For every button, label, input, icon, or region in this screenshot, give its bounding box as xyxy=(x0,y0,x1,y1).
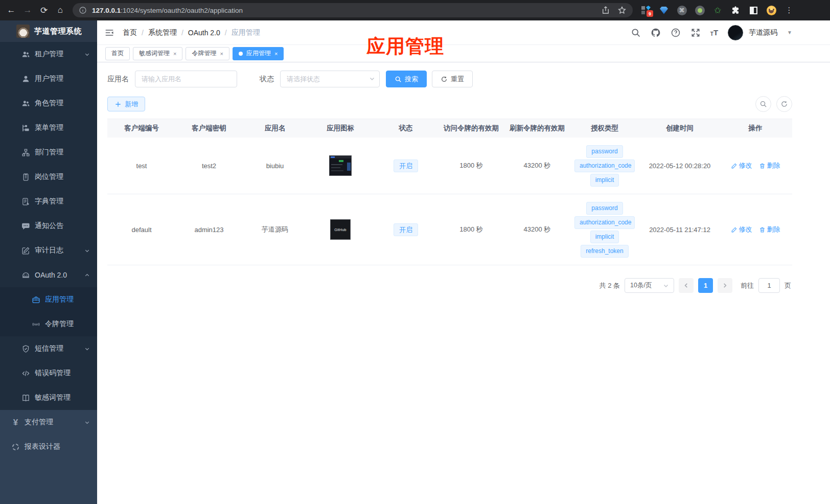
side-panel-icon[interactable] xyxy=(748,5,758,15)
annotation-overlay: 应用管理 xyxy=(366,34,444,59)
grant-types-cell: passwordauthorization_codeimplicitrefres… xyxy=(570,201,639,258)
status-badge[interactable]: 开启 xyxy=(394,223,418,236)
sidebar-item-租户管理[interactable]: 租户管理 xyxy=(0,42,97,66)
sidebar-item-支付管理[interactable]: ¥支付管理 xyxy=(0,410,97,434)
breadcrumb-separator: / xyxy=(142,29,144,37)
shield-icon xyxy=(21,345,30,353)
add-button[interactable]: 新增 xyxy=(107,97,145,111)
sidebar-item-审计日志[interactable]: 审计日志 xyxy=(0,238,97,263)
star-extension-icon[interactable]: ✩ xyxy=(712,5,723,15)
url-text: 127.0.0.1:1024/system/oauth2/oauth2/appl… xyxy=(92,7,243,14)
fullscreen-icon[interactable] xyxy=(690,28,701,38)
sidebar-item-用户管理[interactable]: 用户管理 xyxy=(0,66,97,91)
sidebar-item-菜单管理[interactable]: 菜单管理 xyxy=(0,116,97,140)
metamask-grid-icon[interactable]: 9 xyxy=(641,5,651,15)
refresh-table-button[interactable] xyxy=(776,96,792,112)
search-icon[interactable] xyxy=(631,28,641,38)
sidebar-item-通知公告[interactable]: 通知公告 xyxy=(0,214,97,238)
browser-back-icon[interactable]: ← xyxy=(3,2,19,18)
sidebar-item-部门管理[interactable]: 部门管理 xyxy=(0,140,97,165)
app-title: 芋道管理系统 xyxy=(34,27,82,36)
app-name-label: 应用名 xyxy=(107,75,129,84)
sidebar-item-角色管理[interactable]: 角色管理 xyxy=(0,91,97,116)
tab-close-icon[interactable]: × xyxy=(274,51,278,57)
breadcrumb-item[interactable]: OAuth 2.0 xyxy=(188,29,220,37)
breadcrumb-item[interactable]: 首页 xyxy=(123,28,137,37)
browser-menu-icon[interactable]: ⋮ xyxy=(784,5,794,15)
share-icon[interactable] xyxy=(601,6,610,15)
briefcase-icon xyxy=(32,295,40,304)
browser-reload-icon[interactable]: ⟳ xyxy=(36,2,52,18)
goto-page-input[interactable] xyxy=(758,278,780,293)
puzzle-extensions-icon[interactable] xyxy=(730,5,741,15)
username[interactable]: 芋道源码 xyxy=(749,28,777,37)
sidebar-item-短信管理[interactable]: 短信管理 xyxy=(0,336,97,361)
filter-form: 应用名 状态 搜索 重置 xyxy=(107,71,792,87)
delete-button[interactable]: 删除 xyxy=(759,225,780,234)
browser-home-icon[interactable]: ⌂ xyxy=(52,2,68,18)
client-id-cell: default xyxy=(107,226,176,234)
extension-badge: 9 xyxy=(647,10,653,17)
bookmark-star-icon[interactable] xyxy=(617,6,627,15)
sidebar-item-应用管理[interactable]: 应用管理 xyxy=(0,287,97,312)
tab-close-icon[interactable]: × xyxy=(173,51,176,57)
recorder-extension-icon[interactable] xyxy=(695,5,705,15)
sidebar-item-OAuth 2.0[interactable]: OAuth 2.0 xyxy=(0,263,97,287)
chevron-up-icon xyxy=(84,272,90,278)
sidebar-item-令牌管理[interactable]: 令牌管理 xyxy=(0,312,97,336)
sidebar-item-岗位管理[interactable]: 岗位管理 xyxy=(0,165,97,189)
edit-button[interactable]: 修改 xyxy=(731,161,752,170)
page-number-current[interactable]: 1 xyxy=(698,278,713,293)
gem-extension-icon[interactable] xyxy=(659,5,669,15)
github-icon[interactable] xyxy=(651,28,661,38)
tab-label: 应用管理 xyxy=(246,49,271,58)
tab-令牌管理[interactable]: 令牌管理× xyxy=(186,47,229,60)
browser-forward-icon[interactable]: → xyxy=(19,2,36,18)
sidebar-item-label: 敏感词管理 xyxy=(35,393,71,402)
sidebar-item-错误码管理[interactable]: 错误码管理 xyxy=(0,361,97,385)
active-tab-dot xyxy=(239,52,243,56)
site-info-icon[interactable] xyxy=(79,6,87,14)
app-name-input[interactable] xyxy=(135,71,237,87)
help-icon[interactable] xyxy=(671,28,681,38)
search-icon xyxy=(395,76,402,83)
tab-close-icon[interactable]: × xyxy=(220,51,223,57)
grant-types-cell: passwordauthorization_codeimplicit xyxy=(570,144,639,187)
sidebar-item-label: 岗位管理 xyxy=(35,172,63,181)
status-select[interactable] xyxy=(280,71,380,87)
tab-敏感词管理[interactable]: 敏感词管理× xyxy=(133,47,182,60)
user-menu-caret-icon[interactable]: ▼ xyxy=(787,30,792,35)
prev-page-button[interactable] xyxy=(679,278,694,293)
search-button[interactable]: 搜索 xyxy=(386,71,427,87)
sidebar-item-敏感词管理[interactable]: 敏感词管理 xyxy=(0,385,97,410)
org-chart-icon xyxy=(21,148,30,157)
app-logo-row[interactable]: 芋道管理系统 xyxy=(0,20,97,42)
top-navbar: 首页/系统管理/OAuth 2.0/应用管理 TT 芋道源码 ▼ xyxy=(97,20,830,45)
address-bar[interactable]: 127.0.0.1:1024/system/oauth2/oauth2/appl… xyxy=(73,3,633,17)
tab-首页[interactable]: 首页 xyxy=(105,47,130,60)
profile-avatar-icon[interactable] xyxy=(766,5,776,15)
command-extension-icon[interactable]: ⌘ xyxy=(677,5,687,15)
breadcrumb-item[interactable]: 系统管理 xyxy=(148,28,177,37)
reset-button[interactable]: 重置 xyxy=(432,71,473,87)
sidebar-collapse-icon[interactable] xyxy=(104,28,114,38)
page-size-select[interactable]: 10条/页 xyxy=(625,278,674,293)
next-page-button[interactable] xyxy=(718,278,732,293)
tab-bar: 首页敏感词管理×令牌管理×应用管理× xyxy=(97,45,830,62)
font-size-icon[interactable]: TT xyxy=(710,28,718,37)
tab-应用管理[interactable]: 应用管理× xyxy=(233,47,284,60)
edit-button[interactable]: 修改 xyxy=(731,225,752,234)
delete-button[interactable]: 删除 xyxy=(759,161,780,170)
sidebar-item-字典管理[interactable]: 字典管理 xyxy=(0,189,97,214)
column-header: 访问令牌的有效期 xyxy=(439,124,504,133)
extensions-toolbar: 9 ⌘ ✩ ⋮ xyxy=(641,5,794,15)
grant-type-tag: implicit xyxy=(590,174,619,187)
sidebar-item-label: 租户管理 xyxy=(35,50,63,59)
sidebar-item-报表设计器[interactable]: 报表设计器 xyxy=(0,434,97,459)
toggle-search-button[interactable] xyxy=(755,96,771,112)
user-avatar[interactable] xyxy=(728,25,743,40)
sidebar-item-label: 通知公告 xyxy=(35,221,63,231)
table-body: testtest2biubiu开启1800 秒43200 秒passwordau… xyxy=(107,138,792,265)
status-badge[interactable]: 开启 xyxy=(394,159,418,172)
status-select-input[interactable] xyxy=(280,71,380,87)
